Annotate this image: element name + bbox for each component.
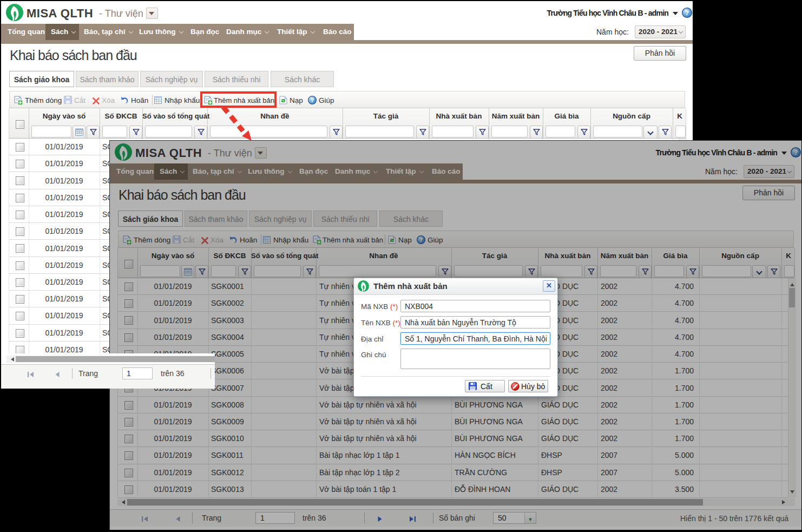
svg-text:?: ?: [311, 97, 314, 103]
svg-text:?: ?: [685, 9, 689, 17]
